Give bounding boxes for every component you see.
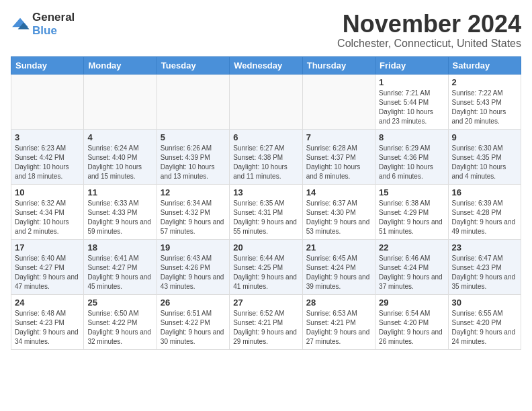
day-number: 24 [15,298,80,308]
day-info: Sunrise: 6:39 AM Sunset: 4:28 PM Dayligh… [452,199,517,236]
calendar-cell: 16Sunrise: 6:39 AM Sunset: 4:28 PM Dayli… [448,184,521,239]
day-info: Sunrise: 6:40 AM Sunset: 4:27 PM Dayligh… [15,254,80,291]
header-sunday: Sunday [11,56,84,74]
calendar-cell [11,74,84,129]
day-number: 20 [233,242,298,253]
day-info: Sunrise: 6:29 AM Sunset: 4:36 PM Dayligh… [379,144,444,181]
day-info: Sunrise: 6:44 AM Sunset: 4:25 PM Dayligh… [233,254,298,291]
day-info: Sunrise: 6:34 AM Sunset: 4:32 PM Dayligh… [161,199,226,236]
calendar-cell: 17Sunrise: 6:40 AM Sunset: 4:27 PM Dayli… [11,239,84,294]
day-number: 10 [15,187,80,197]
calendar-week-row: 10Sunrise: 6:32 AM Sunset: 4:34 PM Dayli… [11,184,521,239]
header-tuesday: Tuesday [157,56,229,74]
day-number: 28 [306,298,371,308]
day-number: 3 [15,132,80,142]
calendar-cell: 28Sunrise: 6:53 AM Sunset: 4:21 PM Dayli… [302,294,375,349]
day-info: Sunrise: 7:21 AM Sunset: 5:44 PM Dayligh… [379,89,444,126]
day-number: 30 [452,298,517,308]
calendar-cell: 21Sunrise: 6:45 AM Sunset: 4:24 PM Dayli… [302,239,375,294]
day-info: Sunrise: 6:32 AM Sunset: 4:34 PM Dayligh… [15,199,80,236]
day-number: 25 [87,298,152,308]
calendar-cell: 2Sunrise: 7:22 AM Sunset: 5:43 PM Daylig… [448,74,521,129]
calendar-cell: 25Sunrise: 6:50 AM Sunset: 4:22 PM Dayli… [84,294,157,349]
day-number: 26 [161,298,226,308]
day-number: 6 [233,132,298,142]
calendar-cell: 9Sunrise: 6:30 AM Sunset: 4:35 PM Daylig… [448,129,521,184]
calendar-week-row: 3Sunrise: 6:23 AM Sunset: 4:42 PM Daylig… [11,129,521,184]
day-info: Sunrise: 6:35 AM Sunset: 4:31 PM Dayligh… [233,199,298,236]
day-number: 22 [379,242,444,253]
day-number: 1 [379,77,444,87]
day-info: Sunrise: 6:28 AM Sunset: 4:37 PM Dayligh… [306,144,371,181]
header-thursday: Thursday [302,56,375,74]
calendar-cell [84,74,157,129]
calendar-cell: 23Sunrise: 6:47 AM Sunset: 4:23 PM Dayli… [448,239,521,294]
calendar-week-row: 24Sunrise: 6:48 AM Sunset: 4:23 PM Dayli… [11,294,521,349]
day-info: Sunrise: 6:53 AM Sunset: 4:21 PM Dayligh… [306,309,371,347]
calendar-cell: 26Sunrise: 6:51 AM Sunset: 4:22 PM Dayli… [157,294,229,349]
header-friday: Friday [375,56,448,74]
calendar-cell: 6Sunrise: 6:27 AM Sunset: 4:38 PM Daylig… [230,129,302,184]
day-info: Sunrise: 6:26 AM Sunset: 4:39 PM Dayligh… [161,144,226,181]
day-info: Sunrise: 6:51 AM Sunset: 4:22 PM Dayligh… [161,309,226,347]
header-wednesday: Wednesday [230,56,302,74]
calendar-cell: 15Sunrise: 6:38 AM Sunset: 4:29 PM Dayli… [375,184,448,239]
calendar-cell: 18Sunrise: 6:41 AM Sunset: 4:27 PM Dayli… [84,239,157,294]
day-info: Sunrise: 6:23 AM Sunset: 4:42 PM Dayligh… [15,144,80,181]
day-number: 17 [15,242,80,253]
page-header: General Blue November 2024 Colchester, C… [11,11,521,50]
logo-icon [11,17,30,32]
day-number: 19 [161,242,226,253]
day-number: 13 [233,187,298,197]
location-title: Colchester, Connecticut, United States [337,38,521,50]
calendar-cell: 11Sunrise: 6:33 AM Sunset: 4:33 PM Dayli… [84,184,157,239]
day-info: Sunrise: 6:54 AM Sunset: 4:20 PM Dayligh… [379,309,444,347]
logo-general: General [32,11,75,24]
calendar-cell: 22Sunrise: 6:46 AM Sunset: 4:24 PM Dayli… [375,239,448,294]
calendar-cell: 12Sunrise: 6:34 AM Sunset: 4:32 PM Dayli… [157,184,229,239]
day-number: 27 [233,298,298,308]
day-info: Sunrise: 6:43 AM Sunset: 4:26 PM Dayligh… [161,254,226,291]
day-info: Sunrise: 6:47 AM Sunset: 4:23 PM Dayligh… [452,254,517,291]
day-number: 14 [306,187,371,197]
day-info: Sunrise: 7:22 AM Sunset: 5:43 PM Dayligh… [452,89,517,126]
day-info: Sunrise: 6:48 AM Sunset: 4:23 PM Dayligh… [15,309,80,347]
day-number: 2 [452,77,517,87]
calendar-cell [230,74,302,129]
day-number: 11 [87,187,152,197]
day-info: Sunrise: 6:30 AM Sunset: 4:35 PM Dayligh… [452,144,517,181]
calendar-cell: 29Sunrise: 6:54 AM Sunset: 4:20 PM Dayli… [375,294,448,349]
logo: General Blue [11,11,75,38]
day-info: Sunrise: 6:24 AM Sunset: 4:40 PM Dayligh… [87,144,152,181]
logo-blue: Blue [32,24,57,37]
calendar-cell [302,74,375,129]
day-number: 12 [161,187,226,197]
calendar-week-row: 1Sunrise: 7:21 AM Sunset: 5:44 PM Daylig… [11,74,521,129]
day-info: Sunrise: 6:55 AM Sunset: 4:20 PM Dayligh… [452,309,517,347]
calendar-table: SundayMondayTuesdayWednesdayThursdayFrid… [11,56,521,350]
day-info: Sunrise: 6:33 AM Sunset: 4:33 PM Dayligh… [87,199,152,236]
day-info: Sunrise: 6:41 AM Sunset: 4:27 PM Dayligh… [87,254,152,291]
day-number: 8 [379,132,444,142]
day-number: 21 [306,242,371,253]
calendar-cell: 14Sunrise: 6:37 AM Sunset: 4:30 PM Dayli… [302,184,375,239]
calendar-cell: 4Sunrise: 6:24 AM Sunset: 4:40 PM Daylig… [84,129,157,184]
calendar-cell: 27Sunrise: 6:52 AM Sunset: 4:21 PM Dayli… [230,294,302,349]
calendar-cell [157,74,229,129]
calendar-cell: 10Sunrise: 6:32 AM Sunset: 4:34 PM Dayli… [11,184,84,239]
day-info: Sunrise: 6:52 AM Sunset: 4:21 PM Dayligh… [233,309,298,347]
calendar-cell: 24Sunrise: 6:48 AM Sunset: 4:23 PM Dayli… [11,294,84,349]
day-number: 5 [161,132,226,142]
calendar-cell: 5Sunrise: 6:26 AM Sunset: 4:39 PM Daylig… [157,129,229,184]
day-info: Sunrise: 6:27 AM Sunset: 4:38 PM Dayligh… [233,144,298,181]
day-number: 18 [87,242,152,253]
day-number: 29 [379,298,444,308]
calendar-cell: 1Sunrise: 7:21 AM Sunset: 5:44 PM Daylig… [375,74,448,129]
calendar-cell: 19Sunrise: 6:43 AM Sunset: 4:26 PM Dayli… [157,239,229,294]
day-number: 4 [87,132,152,142]
day-info: Sunrise: 6:46 AM Sunset: 4:24 PM Dayligh… [379,254,444,291]
calendar-cell: 7Sunrise: 6:28 AM Sunset: 4:37 PM Daylig… [302,129,375,184]
day-number: 23 [452,242,517,253]
title-area: November 2024 Colchester, Connecticut, U… [337,11,521,50]
day-info: Sunrise: 6:38 AM Sunset: 4:29 PM Dayligh… [379,199,444,236]
